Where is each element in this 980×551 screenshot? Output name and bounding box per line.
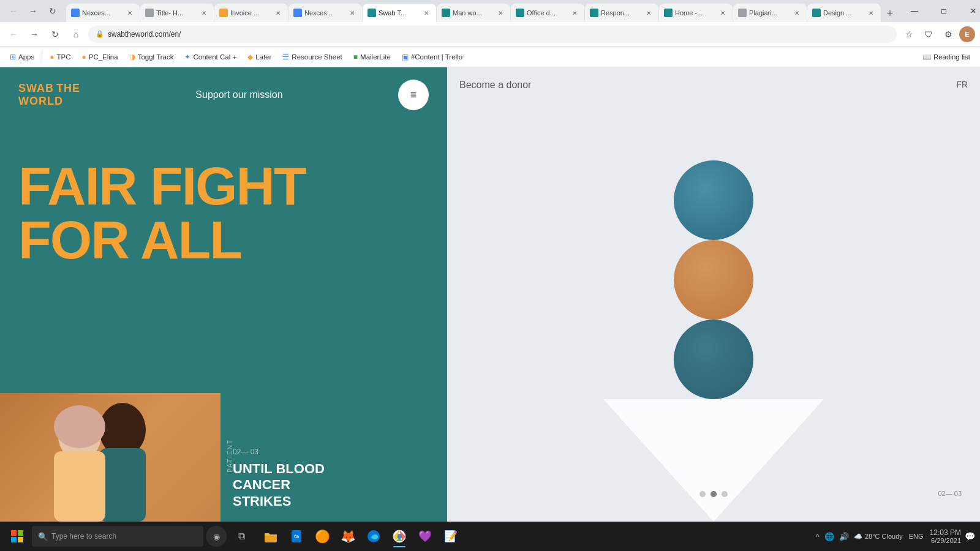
tab-2[interactable]: Title- H... ✕ xyxy=(140,4,214,22)
tab-1-title: Nexces... xyxy=(82,9,110,17)
tab-1-close[interactable]: ✕ xyxy=(125,8,135,18)
bookmark-content-cal[interactable]: ✦ Content Cal + xyxy=(179,50,241,64)
clock[interactable]: 12:03 PM 6/29/2021 xyxy=(930,528,961,544)
forward-nav-button[interactable]: → xyxy=(26,26,43,43)
tab-11-close[interactable]: ✕ xyxy=(866,8,876,18)
logo-swab: SWAB xyxy=(18,82,54,95)
bookmark-trello[interactable]: ▣ #Content | Trello xyxy=(397,50,467,64)
taskbar-search-bar[interactable]: 🔍 Type here to search xyxy=(32,526,203,547)
bookmark-pc-elina[interactable]: ● PC_Elina xyxy=(77,50,123,64)
task-view-button[interactable]: ⧉ xyxy=(229,524,254,549)
reading-list-button[interactable]: 📖 Reading list xyxy=(918,50,975,64)
tab-6-close[interactable]: ✕ xyxy=(496,8,505,18)
tab-4-close[interactable]: ✕ xyxy=(347,8,357,18)
tab-7[interactable]: Office d... ✕ xyxy=(511,4,584,22)
back-button[interactable]: ← xyxy=(5,2,22,20)
url-bar[interactable]: 🔒 swabtheworld.com/en/ xyxy=(88,26,897,43)
become-donor-link[interactable]: Become a donor xyxy=(459,80,531,91)
language-indicator[interactable]: ENG xyxy=(907,531,926,541)
menu-button[interactable]: ≡ xyxy=(398,80,429,110)
weather-text: 28°C Cloudy xyxy=(865,533,903,540)
network-icon[interactable]: 🌐 xyxy=(823,531,835,542)
taskbar-file-explorer[interactable] xyxy=(258,524,283,549)
lang-fr-link[interactable]: FR xyxy=(956,80,968,89)
reload-nav-button[interactable]: ↻ xyxy=(47,26,64,43)
dot-3[interactable] xyxy=(722,491,728,497)
taskbar-store[interactable]: 🛍 xyxy=(284,524,309,549)
bookmark-apps[interactable]: ⊞ Apps xyxy=(5,50,39,64)
notification-center-icon[interactable]: 💬 xyxy=(965,531,975,541)
bookmark-toggl[interactable]: ◑ Toggl Track xyxy=(124,50,179,64)
reload-button[interactable]: ↻ xyxy=(44,2,61,20)
tab-2-close[interactable]: ✕ xyxy=(199,8,209,18)
tab-5-close[interactable]: ✕ xyxy=(421,8,431,18)
settings-icon[interactable]: ⚙ xyxy=(940,26,957,43)
dot-1[interactable] xyxy=(699,491,706,497)
tab-9-close[interactable]: ✕ xyxy=(718,8,728,18)
slide-dots xyxy=(699,491,728,497)
chevron-icon[interactable]: ^ xyxy=(815,531,821,542)
site-logo: SWAB THE WORLD xyxy=(18,82,80,108)
start-button[interactable] xyxy=(5,524,29,549)
tab-1[interactable]: Nexces... ✕ xyxy=(66,4,140,22)
bookmark-pc-elina-label: PC_Elina xyxy=(89,53,118,61)
taskbar-sticky-notes[interactable]: 📝 xyxy=(439,524,463,549)
reading-list-label: Reading list xyxy=(933,53,970,61)
tab-3-close[interactable]: ✕ xyxy=(273,8,283,18)
cortana-button[interactable]: ◉ xyxy=(206,526,227,547)
tab-9-title: Home -... xyxy=(675,9,703,17)
slide-title: UNTIL BLOOD CANCER STRIKES xyxy=(233,461,435,509)
svg-text:🛍: 🛍 xyxy=(294,534,299,539)
tab-5-active[interactable]: Swab T... ✕ xyxy=(363,4,436,22)
tab-9[interactable]: Home -... ✕ xyxy=(659,4,733,22)
resource-sheet-icon: ☰ xyxy=(282,53,289,61)
dot-2-active[interactable] xyxy=(710,491,717,497)
volume-icon[interactable]: 🔊 xyxy=(838,531,850,542)
taskbar-chrome[interactable] xyxy=(387,524,412,549)
bookmark-mailerlite-label: MailerLite xyxy=(360,53,391,61)
tab-7-close[interactable]: ✕ xyxy=(570,8,579,18)
taskbar-firefox[interactable]: 🦊 xyxy=(336,524,360,549)
close-button[interactable]: ✕ xyxy=(960,1,980,21)
weather-icon: ☁️ xyxy=(854,533,862,541)
tab-4[interactable]: Nexces... ✕ xyxy=(288,4,362,22)
weather-widget[interactable]: ☁️ 28°C Cloudy xyxy=(854,533,903,541)
maximize-button[interactable]: ◻ xyxy=(930,1,957,21)
tab-8[interactable]: Respon... ✕ xyxy=(585,4,658,22)
taskbar-teams[interactable]: 💜 xyxy=(413,524,437,549)
home-nav-button[interactable]: ⌂ xyxy=(67,26,85,43)
taskbar-vlc[interactable]: 🟠 xyxy=(310,524,334,549)
shield-icon[interactable]: 🛡 xyxy=(920,26,937,43)
tab-6-title: Man wo... xyxy=(453,9,482,17)
couple-image xyxy=(0,393,221,522)
new-tab-button[interactable]: + xyxy=(881,5,899,22)
hamburger-icon: ≡ xyxy=(410,89,417,102)
tab-strip: Nexces... ✕ Title- H... ✕ Invoice ... ✕ … xyxy=(66,0,899,22)
bookmark-apps-label: Apps xyxy=(18,53,34,61)
tab-8-close[interactable]: ✕ xyxy=(644,8,654,18)
hero-text-area: FAIR FIGHT FOR ALL xyxy=(0,122,447,387)
profile-avatar[interactable]: E xyxy=(959,26,975,42)
bookmark-mailerlite[interactable]: ■ MailerLite xyxy=(349,50,396,64)
minimize-button[interactable]: — xyxy=(901,1,928,21)
tab-3[interactable]: Invoice ... ✕ xyxy=(214,4,288,22)
bookmark-later[interactable]: ◆ Later xyxy=(243,50,276,64)
bookmark-resource-sheet-label: Resource Sheet xyxy=(292,53,342,61)
bookmark-resource-sheet[interactable]: ☰ Resource Sheet xyxy=(277,50,347,64)
tab-10[interactable]: Plagiari... ✕ xyxy=(733,4,807,22)
favorites-icon[interactable]: ☆ xyxy=(900,26,918,43)
tab-6[interactable]: Man wo... ✕ xyxy=(437,4,510,22)
trello-icon: ▣ xyxy=(402,53,409,61)
slide-title-line3: STRIKES xyxy=(233,493,435,509)
bookmark-tpc[interactable]: ● TPC xyxy=(45,50,75,64)
svg-rect-8 xyxy=(18,537,23,542)
tab-10-close[interactable]: ✕ xyxy=(792,8,802,18)
tab-11-favicon xyxy=(812,9,821,17)
taskbar-edge[interactable] xyxy=(361,524,386,549)
apps-icon: ⊞ xyxy=(10,53,16,61)
forward-button[interactable]: → xyxy=(24,2,42,20)
tab-11[interactable]: Design ... ✕ xyxy=(807,4,881,22)
back-nav-button[interactable]: ← xyxy=(5,26,22,43)
firefox-icon: 🦊 xyxy=(341,529,356,544)
support-mission-link[interactable]: Support our mission xyxy=(195,89,282,100)
